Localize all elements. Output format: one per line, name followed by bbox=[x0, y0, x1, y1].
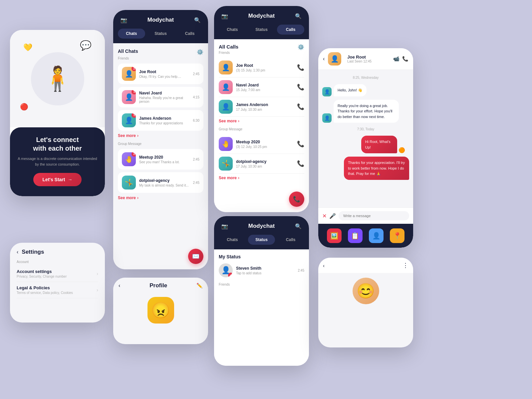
chat-item-meetup[interactable]: 🤚2 Meetup 2020 See you man! Thanks a lot… bbox=[118, 149, 203, 170]
chat-item-james-anderson[interactable]: 👤1 James Anderson Thanks for your apprec… bbox=[118, 110, 203, 131]
status-tab-status[interactable]: Status bbox=[248, 235, 275, 245]
detail-back-button[interactable]: ‹ bbox=[323, 56, 325, 62]
profile-avatar-area: 😠 bbox=[113, 294, 208, 327]
profile-header: ‹ Profile ✏️ bbox=[113, 278, 208, 294]
chats-body: All Chats ⚙️ Friends 👤2 Joe Root Okay, I… bbox=[113, 43, 208, 269]
camera-icon-button[interactable]: 📷 bbox=[119, 15, 129, 25]
my-status-avatar: 👤 + bbox=[219, 263, 233, 277]
calls-group-label: Group Message bbox=[219, 127, 304, 131]
chat-item-dotpixel[interactable]: 🤸 dotpixel-agency My task is almost read… bbox=[118, 172, 203, 193]
settings-card: ‹ Settings Account Account settings Priv… bbox=[10, 243, 105, 323]
my-status-item[interactable]: 👤 + Steven Smith Tap to add status 2:45 bbox=[219, 261, 304, 280]
status-tab-calls[interactable]: Calls bbox=[277, 235, 304, 245]
detail-actions-bar: 📹 📞 bbox=[393, 56, 408, 62]
partial-back-button[interactable]: ‹ bbox=[323, 263, 325, 268]
calls-see-more-friends[interactable]: See more › bbox=[219, 119, 304, 123]
see-more-friends[interactable]: See more › bbox=[118, 133, 203, 138]
chevron-right-icon-legal: › bbox=[97, 287, 98, 293]
group-message-label: Group Message bbox=[118, 142, 203, 146]
my-status-title: My Status bbox=[219, 254, 304, 259]
partial-avatar-area: 😊 bbox=[318, 273, 413, 309]
call-avatar-james: 👤 bbox=[219, 100, 233, 114]
call-info-navel: Navel Joard 15 July, 7:00 am bbox=[236, 83, 297, 92]
status-body: My Status 👤 + Steven Smith Tap to add st… bbox=[214, 249, 309, 366]
calls-see-more-groups[interactable]: See more › bbox=[219, 176, 304, 180]
my-status-info: Steven Smith Tap to add status bbox=[236, 266, 298, 275]
calls-search-icon-button[interactable]: 🔍 bbox=[294, 11, 303, 21]
unread-badge-meetup: 2 bbox=[132, 152, 136, 157]
avatar-james-anderson: 👤1 bbox=[122, 113, 136, 127]
contact-button[interactable]: 👤 bbox=[369, 228, 384, 243]
video-call-button[interactable]: 📹 bbox=[393, 56, 399, 62]
profile-title: Profile bbox=[120, 282, 196, 289]
status-app-header: 📷 Modychat 🔍 bbox=[214, 216, 309, 235]
call-item-navel[interactable]: 👤 Navel Joard 15 July, 7:00 am 📞 bbox=[219, 77, 304, 97]
lets-start-button[interactable]: Let's Start → bbox=[33, 173, 82, 186]
call-item-meetup2020[interactable]: 🤚 Meetup 2020 (3) 12 July, 10:25 pm 📞 bbox=[219, 134, 304, 154]
call-item-dotpixel2[interactable]: 🤸 dotpixel-agency 17 July, 10:30 am 📞 bbox=[219, 154, 304, 174]
call-item-joe[interactable]: 👤 Joe Root (3) 15 July, 1:30 pm 📞 bbox=[219, 58, 304, 77]
calls-filter-button[interactable]: ⚙️ bbox=[298, 44, 304, 50]
voice-call-button[interactable]: 📞 bbox=[402, 56, 408, 62]
all-chats-card: 📷 Modychat 🔍 Chats Status Calls All Chat… bbox=[113, 10, 208, 269]
compose-fab-button[interactable]: ✉️ bbox=[188, 249, 203, 264]
legal-settings-title: Legal & Policies bbox=[17, 285, 73, 290]
incoming-call-icon-james: 📞 bbox=[297, 103, 304, 110]
mic-button[interactable]: 🎤 bbox=[329, 213, 336, 219]
messages-area: 8:25, Wednesday 👤 Hello, John! 👋 👤 Reall… bbox=[318, 70, 413, 207]
tab-calls[interactable]: Calls bbox=[176, 29, 203, 39]
illustration-area: 💛 🧍 💬 🔴 bbox=[10, 30, 105, 127]
document-button[interactable]: 📋 bbox=[348, 228, 363, 243]
profile-card: ‹ Profile ✏️ 😠 bbox=[113, 278, 208, 344]
calls-tab-status[interactable]: Status bbox=[248, 25, 275, 35]
media-button[interactable]: 🖼️ bbox=[327, 228, 342, 243]
profile-edit-button[interactable]: ✏️ bbox=[196, 283, 203, 289]
settings-back-button[interactable]: ‹ bbox=[17, 249, 18, 255]
status-search-button[interactable]: 🔍 bbox=[294, 221, 303, 231]
status-camera-button[interactable]: 📷 bbox=[220, 221, 229, 231]
sent-emoji-ball: 🟠 bbox=[399, 147, 405, 153]
location-button[interactable]: 📍 bbox=[390, 228, 404, 243]
detail-bottom-bar: 🖼️ 📋 👤 📍 bbox=[318, 224, 413, 248]
tab-status[interactable]: Status bbox=[147, 29, 174, 39]
all-calls-card: 📷 Modychat 🔍 Chats Status Calls All Call… bbox=[214, 6, 309, 212]
call-avatar-joe: 👤 bbox=[219, 61, 233, 74]
status-tab-chats[interactable]: Chats bbox=[219, 235, 246, 245]
msg-bubble-great-job: Really you're doing a great job. Thanks … bbox=[334, 100, 399, 123]
call-avatar-navel: 👤 bbox=[219, 80, 233, 94]
legal-settings-sub: Terms of service, Data policy, Cookies bbox=[17, 291, 73, 295]
calls-tab-calls[interactable]: Calls bbox=[277, 25, 304, 35]
chat-partial-card: ‹ ⋮ 😊 bbox=[318, 258, 413, 347]
calls-tab-chats[interactable]: Chats bbox=[219, 25, 246, 35]
calls-friends-label: Friends bbox=[219, 51, 304, 55]
chat-info-joe-root: Joe Root Okay, I'll try. Can you help...… bbox=[139, 69, 193, 78]
calls-app-header: 📷 Modychat 🔍 bbox=[214, 6, 309, 25]
filter-icon-button[interactable]: ⚙️ bbox=[197, 49, 203, 55]
msg-recv-hello: 👤 Hello, John! 👋 bbox=[322, 84, 409, 96]
friends-label: Friends bbox=[118, 57, 203, 60]
search-icon-button[interactable]: 🔍 bbox=[193, 15, 202, 25]
add-status-badge: + bbox=[228, 273, 233, 277]
partial-header: ‹ ⋮ bbox=[318, 258, 413, 273]
new-call-fab-button[interactable]: 📞 bbox=[289, 192, 304, 207]
chat-info-navel-joard: Navel Joard Hahaha. Really you're a grea… bbox=[139, 91, 193, 103]
partial-more-button[interactable]: ⋮ bbox=[402, 262, 408, 269]
settings-item-legal[interactable]: Legal & Policies Terms of service, Data … bbox=[17, 282, 98, 298]
tab-chats[interactable]: Chats bbox=[118, 29, 145, 39]
chat-item-navel-joard[interactable]: 👤1 Navel Joard Hahaha. Really you're a g… bbox=[118, 87, 203, 107]
call-info-dotpixel2: dotpixel-agency 17 July, 10:30 am bbox=[236, 159, 297, 168]
person-illustration: 🧍 bbox=[43, 65, 73, 93]
settings-item-account[interactable]: Account settings Privacy, Security, Chan… bbox=[17, 266, 98, 282]
close-input-button[interactable]: ✕ bbox=[322, 213, 327, 219]
see-more-groups[interactable]: See more › bbox=[118, 196, 203, 200]
calls-app-title: Modychat bbox=[248, 13, 275, 19]
chat-detail-header: ‹ 👤 Joe Root Last Seen 12:45 📹 📞 bbox=[318, 48, 413, 70]
outgoing-call-icon-dotpixel: 📞 bbox=[297, 160, 304, 167]
calls-camera-icon-button[interactable]: 📷 bbox=[220, 11, 229, 21]
account-settings-sub: Privacy, Security, Change number bbox=[17, 275, 67, 278]
settings-header: ‹ Settings bbox=[17, 249, 98, 255]
chat-item-joe-root[interactable]: 👤2 Joe Root Okay, I'll try. Can you help… bbox=[118, 64, 203, 84]
welcome-title: Let's connect with each other bbox=[17, 135, 98, 153]
call-item-james[interactable]: 👤 James Anderson 17 July, 10:30 am 📞 bbox=[219, 97, 304, 117]
message-input[interactable] bbox=[339, 211, 409, 220]
